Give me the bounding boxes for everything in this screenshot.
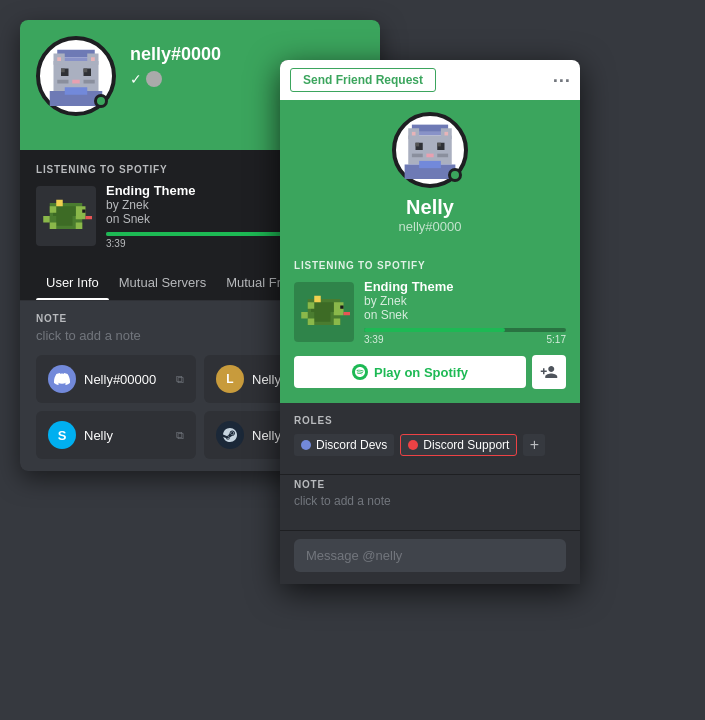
front-card-green-header: Nelly nelly#0000 bbox=[280, 100, 580, 250]
svg-rect-49 bbox=[308, 319, 315, 326]
svg-rect-2 bbox=[54, 61, 99, 91]
league-icon: L bbox=[216, 365, 244, 393]
role-support-label: Discord Support bbox=[423, 438, 509, 452]
front-spotify-artist: by Znek bbox=[364, 294, 566, 308]
svg-rect-51 bbox=[308, 302, 315, 309]
front-spotify-section: LISTENING TO SPOTIFY bbox=[280, 250, 580, 403]
svg-rect-26 bbox=[86, 216, 93, 219]
send-friend-button[interactable]: Send Friend Request bbox=[290, 68, 436, 92]
svg-rect-38 bbox=[437, 143, 441, 147]
front-spotify-thumbnail bbox=[294, 282, 354, 342]
front-spotify-row: Ending Theme by Znek on Snek 3:39 5:17 bbox=[294, 279, 566, 345]
front-current-time: 3:39 bbox=[364, 334, 383, 345]
back-username: nelly#0000 bbox=[130, 44, 221, 65]
role-discord-devs: Discord Devs bbox=[294, 434, 394, 456]
svg-rect-48 bbox=[314, 312, 330, 322]
svg-rect-1 bbox=[61, 57, 91, 61]
front-progress-fill bbox=[364, 328, 505, 332]
role-dot-support bbox=[408, 440, 418, 450]
spotify-thumbnail bbox=[36, 186, 96, 246]
tab-mutual-servers[interactable]: Mutual Servers bbox=[109, 263, 216, 300]
front-message-section: Message @nelly bbox=[280, 530, 580, 584]
skype-account-name: Nelly bbox=[84, 428, 168, 443]
front-card-avatar bbox=[392, 112, 468, 188]
front-body-section: ROLES Discord Devs Discord Support + bbox=[280, 403, 580, 474]
front-spotify-track: Ending Theme bbox=[364, 279, 566, 294]
current-time: 3:39 bbox=[106, 238, 125, 249]
front-progress-bg bbox=[364, 328, 566, 332]
svg-rect-20 bbox=[56, 216, 72, 226]
svg-rect-37 bbox=[416, 143, 420, 147]
status-dot bbox=[94, 94, 108, 108]
svg-rect-25 bbox=[82, 210, 85, 213]
add-role-button[interactable]: + bbox=[523, 434, 545, 456]
svg-rect-27 bbox=[56, 200, 63, 207]
svg-rect-40 bbox=[412, 154, 423, 158]
steam-icon bbox=[216, 421, 244, 449]
more-options-button[interactable]: ⋯ bbox=[552, 69, 570, 91]
svg-rect-21 bbox=[50, 223, 57, 230]
spotify-circle-icon bbox=[352, 364, 368, 380]
progress-bar-fill bbox=[106, 232, 287, 236]
svg-rect-39 bbox=[426, 154, 433, 158]
svg-rect-10 bbox=[84, 69, 88, 73]
svg-rect-55 bbox=[314, 296, 321, 303]
front-spotify-info: Ending Theme by Znek on Snek 3:39 5:17 bbox=[364, 279, 566, 345]
discord-account-name: Nelly#00000 bbox=[84, 372, 168, 387]
play-spotify-label: Play on Spotify bbox=[374, 365, 468, 380]
svg-rect-53 bbox=[340, 306, 343, 309]
play-spotify-row: Play on Spotify bbox=[294, 355, 566, 389]
username-area: nelly#0000 ✓ bbox=[130, 44, 221, 87]
roles-list: Discord Devs Discord Support + bbox=[294, 434, 566, 456]
svg-rect-30 bbox=[408, 136, 452, 165]
account-discord[interactable]: Nelly#00000 ⧉ bbox=[36, 355, 196, 403]
svg-rect-54 bbox=[344, 312, 351, 315]
svg-rect-15 bbox=[65, 87, 88, 95]
front-progress-wrap: 3:39 5:17 bbox=[364, 328, 566, 345]
role-dot-devs bbox=[301, 440, 311, 450]
front-total-time: 5:17 bbox=[547, 334, 566, 345]
svg-rect-9 bbox=[61, 69, 65, 73]
svg-rect-6 bbox=[91, 57, 95, 61]
tab-user-info[interactable]: User Info bbox=[36, 263, 109, 300]
skype-icon: S bbox=[48, 421, 76, 449]
svg-rect-33 bbox=[412, 132, 416, 136]
checkmark-badge: ✓ bbox=[130, 71, 142, 87]
svg-rect-29 bbox=[416, 132, 445, 136]
front-display-name: Nelly bbox=[406, 196, 454, 219]
badges: ✓ bbox=[130, 71, 221, 87]
front-note-label: NOTE bbox=[294, 479, 566, 490]
front-progress-times: 3:39 5:17 bbox=[364, 334, 566, 345]
account-skype[interactable]: S Nelly ⧉ bbox=[36, 411, 196, 459]
message-input[interactable]: Message @nelly bbox=[294, 539, 566, 572]
front-spotify-label: LISTENING TO SPOTIFY bbox=[294, 260, 566, 271]
play-spotify-button[interactable]: Play on Spotify bbox=[294, 356, 526, 388]
link-icon-skype: ⧉ bbox=[176, 429, 184, 442]
svg-rect-52 bbox=[301, 312, 308, 319]
svg-rect-5 bbox=[57, 57, 61, 61]
svg-rect-12 bbox=[57, 80, 68, 84]
svg-rect-23 bbox=[50, 206, 57, 213]
front-spotify-album: on Snek bbox=[364, 308, 566, 322]
svg-rect-22 bbox=[76, 223, 83, 230]
roles-label: ROLES bbox=[294, 415, 566, 426]
svg-rect-13 bbox=[84, 80, 95, 84]
link-icon-discord: ⧉ bbox=[176, 373, 184, 386]
role-devs-label: Discord Devs bbox=[316, 438, 387, 452]
svg-rect-24 bbox=[43, 216, 50, 223]
front-status-dot bbox=[448, 168, 462, 182]
svg-rect-43 bbox=[419, 161, 441, 168]
front-card-top-bar: Send Friend Request ⋯ bbox=[280, 60, 580, 100]
svg-rect-34 bbox=[445, 132, 449, 136]
front-note-text[interactable]: click to add a note bbox=[294, 494, 566, 508]
back-card-avatar bbox=[36, 36, 116, 116]
front-card: Send Friend Request ⋯ bbox=[280, 60, 580, 584]
circle-badge bbox=[146, 71, 162, 87]
friend-add-button[interactable] bbox=[532, 355, 566, 389]
discord-icon bbox=[48, 365, 76, 393]
svg-rect-11 bbox=[72, 80, 80, 84]
front-discriminator: nelly#0000 bbox=[399, 219, 462, 234]
svg-rect-41 bbox=[437, 154, 448, 158]
front-note-section: NOTE click to add a note bbox=[280, 474, 580, 530]
svg-rect-19 bbox=[66, 206, 76, 216]
